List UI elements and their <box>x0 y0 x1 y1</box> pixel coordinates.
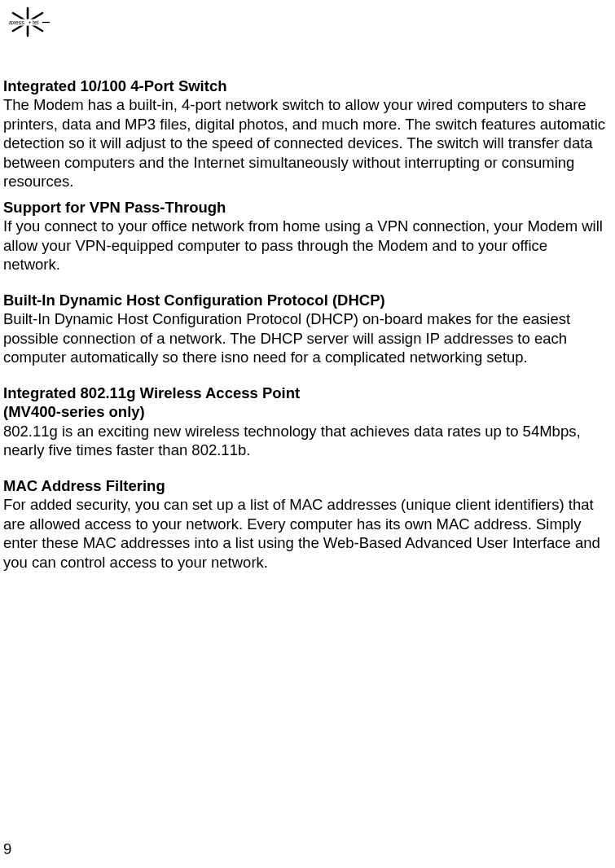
section-heading: Built-In Dynamic Host Configuration Prot… <box>3 291 608 309</box>
section-subheading: (MV400-series only) <box>3 402 608 421</box>
section-body: If you connect to your office network fr… <box>3 217 608 274</box>
svg-text:tel: tel <box>33 19 39 26</box>
section-vpn: Support for VPN Pass-Through If you conn… <box>3 198 608 274</box>
svg-point-8 <box>29 22 31 24</box>
brand-logo: axess tel <box>5 7 615 37</box>
svg-text:axess: axess <box>9 19 24 26</box>
section-heading: Integrated 10/100 4-Port Switch <box>3 77 608 95</box>
section-body: 802.11g is an exciting new wireless tech… <box>3 422 608 460</box>
section-body: The Modem has a built-in, 4-port network… <box>3 95 608 191</box>
section-body: For added security, you can set up a lis… <box>3 495 608 572</box>
section-body: Built-In Dynamic Host Configuration Prot… <box>3 309 608 366</box>
document-content: Integrated 10/100 4-Port Switch The Mode… <box>3 77 615 572</box>
section-switch: Integrated 10/100 4-Port Switch The Mode… <box>3 77 608 191</box>
section-heading: Support for VPN Pass-Through <box>3 198 608 217</box>
section-heading: Integrated 802.11g Wireless Access Point <box>3 384 608 402</box>
section-mac: MAC Address Filtering For added security… <box>3 476 608 572</box>
section-heading: MAC Address Filtering <box>3 476 608 495</box>
page-number: 9 <box>3 840 11 858</box>
section-wireless: Integrated 802.11g Wireless Access Point… <box>3 384 608 460</box>
section-dhcp: Built-In Dynamic Host Configuration Prot… <box>3 291 608 367</box>
